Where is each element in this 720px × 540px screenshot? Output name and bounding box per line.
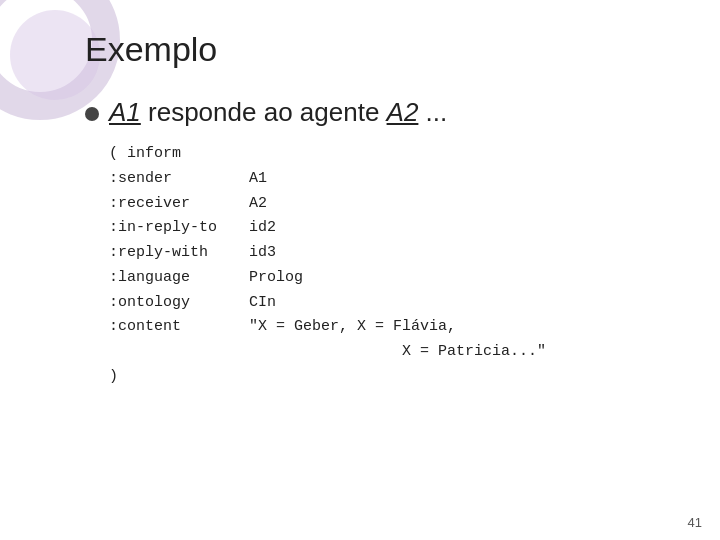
code-row: :ontologyCIn [109,291,546,316]
slide-title: Exemplo [85,30,700,69]
code-row: :senderA1 [109,167,546,192]
code-row: :languageProlog [109,266,546,291]
code-open: ( inform [109,142,700,167]
code-field-key: :language [109,266,249,291]
code-field-value: id2 [249,216,546,241]
code-field-key: :in-reply-to [109,216,249,241]
code-field-value: CIn [249,291,546,316]
code-row: :content"X = Geber, X = Flávia, X = Patr… [109,315,546,365]
code-field-key: :ontology [109,291,249,316]
code-field-value: A1 [249,167,546,192]
code-block: ( inform :senderA1 :receiverA2 :in-reply… [109,142,700,390]
agent1-label: A1 [109,97,141,127]
bullet-row: A1 responde ao agente A2 ... [85,97,700,128]
code-table: :senderA1 :receiverA2 :in-reply-toid2 :r… [109,167,546,365]
code-field-key: :content [109,315,249,365]
page-number: 41 [688,515,702,530]
bullet-text: A1 responde ao agente A2 ... [109,97,447,128]
bullet-dot [85,107,99,121]
code-field-value: Prolog [249,266,546,291]
code-field-value: "X = Geber, X = Flávia, X = Patricia..." [249,315,546,365]
code-row: :receiverA2 [109,192,546,217]
code-close: ) [109,365,700,390]
code-row: :in-reply-toid2 [109,216,546,241]
code-field-value: id3 [249,241,546,266]
agent2-label: A2 [387,97,419,127]
code-field-key: :sender [109,167,249,192]
slide-content: Exemplo A1 responde ao agente A2 ... ( i… [85,30,700,390]
code-field-key: :receiver [109,192,249,217]
text-middle: responde ao agente [141,97,387,127]
code-row: :reply-withid3 [109,241,546,266]
code-field-value: A2 [249,192,546,217]
text-end: ... [418,97,447,127]
code-field-key: :reply-with [109,241,249,266]
